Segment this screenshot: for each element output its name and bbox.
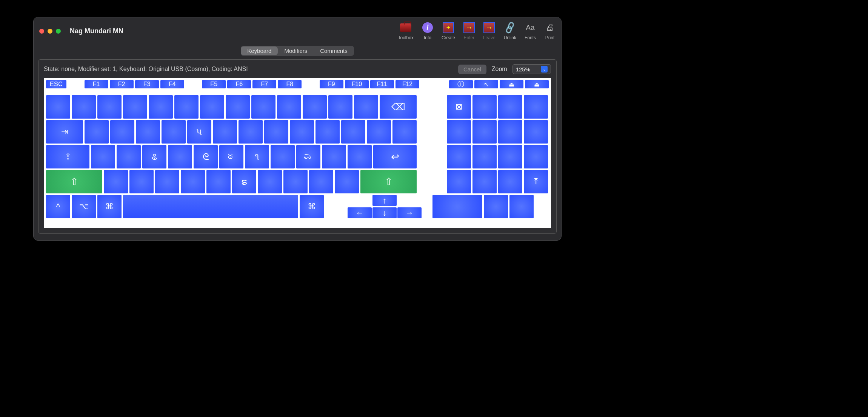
- key-r[interactable]: [162, 120, 186, 144]
- key-numpad-div[interactable]: [498, 95, 522, 119]
- key-f5[interactable]: F5: [202, 80, 226, 88]
- key-i[interactable]: [264, 120, 288, 144]
- zoom-button[interactable]: [56, 29, 61, 34]
- key-esc[interactable]: ESC: [46, 80, 66, 88]
- key-space[interactable]: [123, 195, 298, 218]
- key-w[interactable]: [110, 120, 134, 144]
- key-capslock[interactable]: ⇪: [46, 145, 89, 168]
- key-numpad-1[interactable]: [447, 170, 471, 193]
- key-f2[interactable]: F2: [110, 80, 134, 88]
- key-eject2[interactable]: ⏏: [525, 80, 549, 88]
- key-help[interactable]: ⓘ: [449, 80, 473, 88]
- key-grave[interactable]: [46, 95, 70, 119]
- toolbox-button[interactable]: Toolbox: [398, 22, 414, 40]
- key-comma[interactable]: [283, 170, 308, 193]
- key-f4[interactable]: F4: [160, 80, 184, 88]
- key-control[interactable]: ^: [46, 195, 70, 218]
- key-d[interactable]: ଌ: [142, 145, 166, 168]
- key-semicolon[interactable]: [322, 145, 346, 168]
- zoom-select[interactable]: 125% ⌄: [512, 64, 551, 74]
- key-c[interactable]: [155, 170, 179, 193]
- key-f[interactable]: [168, 145, 192, 168]
- create-button[interactable]: + Create: [442, 22, 455, 40]
- key-command-left[interactable]: ⌘: [97, 195, 122, 218]
- info-button[interactable]: i Info: [422, 22, 433, 40]
- key-4[interactable]: [149, 95, 173, 119]
- key-numpad-clear[interactable]: ⊠: [447, 95, 471, 119]
- cancel-button[interactable]: Cancel: [458, 65, 486, 74]
- key-arrow-down[interactable]: ↓: [372, 207, 397, 218]
- tab-keyboard[interactable]: Keyboard: [241, 46, 278, 55]
- key-numpad-6[interactable]: [498, 145, 522, 168]
- key-n[interactable]: ຣ: [232, 170, 256, 193]
- close-button[interactable]: [39, 29, 44, 34]
- key-backspace[interactable]: ⌫: [380, 95, 417, 119]
- key-arrow-right[interactable]: →: [397, 207, 422, 218]
- key-tab[interactable]: ⇥: [46, 120, 83, 144]
- key-5[interactable]: [174, 95, 199, 119]
- key-numpad-9[interactable]: [498, 120, 522, 144]
- key-6[interactable]: [200, 95, 224, 119]
- key-lbracket[interactable]: [341, 120, 365, 144]
- key-8[interactable]: [251, 95, 275, 119]
- enter-button[interactable]: → Enter: [463, 22, 475, 40]
- key-l[interactable]: ಎ: [296, 145, 320, 168]
- key-0[interactable]: [303, 95, 327, 119]
- key-f12[interactable]: F12: [396, 80, 419, 88]
- key-option[interactable]: ⌥: [72, 195, 96, 218]
- key-numpad-eq[interactable]: [472, 95, 497, 119]
- key-numpad-5[interactable]: [472, 145, 497, 168]
- key-9[interactable]: [277, 95, 301, 119]
- key-f3[interactable]: F3: [135, 80, 159, 88]
- key-y[interactable]: [213, 120, 237, 144]
- key-f8[interactable]: F8: [278, 80, 302, 88]
- key-quote[interactable]: [348, 145, 372, 168]
- key-f1[interactable]: F1: [85, 80, 108, 88]
- key-numpad-3[interactable]: [498, 170, 522, 193]
- key-arrow-up[interactable]: ↑: [372, 195, 397, 206]
- print-button[interactable]: 🖨 Print: [544, 22, 556, 40]
- key-numpad-4[interactable]: [447, 145, 471, 168]
- unlink-button[interactable]: 🔗 Unlink: [504, 22, 516, 40]
- key-z[interactable]: [104, 170, 128, 193]
- key-slash[interactable]: [335, 170, 359, 193]
- key-2[interactable]: [97, 95, 122, 119]
- key-rbracket[interactable]: [367, 120, 391, 144]
- key-m[interactable]: [258, 170, 282, 193]
- key-backslash[interactable]: [392, 120, 417, 144]
- key-f6[interactable]: F6: [227, 80, 251, 88]
- minimize-button[interactable]: [48, 29, 52, 34]
- key-q[interactable]: [85, 120, 109, 144]
- key-f7[interactable]: F7: [252, 80, 276, 88]
- key-f11[interactable]: F11: [370, 80, 394, 88]
- key-numpad-minus[interactable]: [524, 120, 548, 144]
- key-equal[interactable]: [354, 95, 378, 119]
- key-h[interactable]: ఠ: [219, 145, 243, 168]
- key-command-right[interactable]: ⌘: [300, 195, 324, 218]
- key-u[interactable]: [239, 120, 263, 144]
- key-g[interactable]: ᘓ: [194, 145, 218, 168]
- key-o[interactable]: [290, 120, 314, 144]
- key-numpad-2[interactable]: [472, 170, 497, 193]
- tab-comments[interactable]: Comments: [314, 46, 354, 55]
- key-j[interactable]: ૧: [245, 145, 269, 168]
- key-b[interactable]: [206, 170, 231, 193]
- key-home-top[interactable]: ↖: [474, 80, 498, 88]
- key-period[interactable]: [309, 170, 333, 193]
- fonts-button[interactable]: Aa Fonts: [525, 22, 536, 40]
- key-7[interactable]: [226, 95, 250, 119]
- key-v[interactable]: [181, 170, 205, 193]
- key-e[interactable]: [136, 120, 160, 144]
- key-numpad-enter[interactable]: [509, 195, 534, 218]
- key-x[interactable]: [129, 170, 154, 193]
- key-numpad-8[interactable]: [472, 120, 497, 144]
- key-k[interactable]: [271, 145, 295, 168]
- key-numpad-0[interactable]: [432, 195, 482, 218]
- key-return[interactable]: ↩: [373, 145, 417, 168]
- key-right-shift[interactable]: ⇧: [360, 170, 417, 193]
- key-numpad-mul[interactable]: [524, 95, 548, 119]
- key-minus[interactable]: [328, 95, 352, 119]
- key-numpad-dot[interactable]: [484, 195, 508, 218]
- key-f9[interactable]: F9: [320, 80, 343, 88]
- key-numpad-plus[interactable]: [524, 145, 548, 168]
